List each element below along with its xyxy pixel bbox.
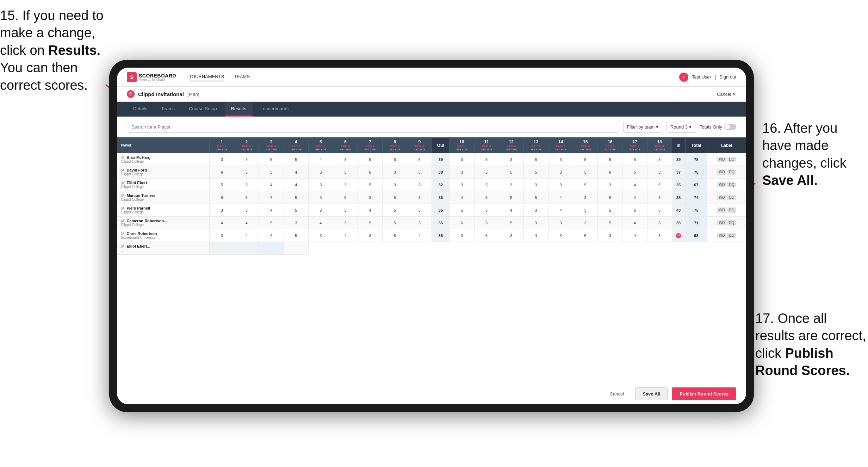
- score-front-4[interactable]: 4: [284, 166, 308, 179]
- dq-button[interactable]: DQ: [727, 220, 736, 225]
- score-back-11[interactable]: 5: [474, 191, 499, 204]
- score-back-18[interactable]: 3: [647, 166, 672, 179]
- score-back-13[interactable]: 6: [523, 153, 548, 166]
- score-back-17[interactable]: 4: [622, 179, 647, 191]
- score-back-12[interactable]: 5: [499, 191, 523, 204]
- score-back-11[interactable]: 5: [474, 166, 499, 179]
- score-back-10[interactable]: 3: [450, 229, 474, 242]
- score-front-2[interactable]: 3: [234, 179, 259, 191]
- tab-leaderboards[interactable]: Leaderboards: [254, 102, 295, 117]
- score-back-12[interactable]: 3: [499, 179, 523, 191]
- score-back-13[interactable]: 5: [523, 166, 548, 179]
- score-front-8[interactable]: 5: [383, 217, 407, 229]
- score-front-5[interactable]: 3: [308, 204, 333, 217]
- score-front-2[interactable]: 4: [234, 217, 259, 229]
- score-front-7[interactable]: 5: [358, 153, 383, 166]
- score-back-12[interactable]: 3: [499, 153, 523, 166]
- totals-toggle-switch[interactable]: [724, 124, 736, 130]
- score-back-14[interactable]: 3: [548, 153, 573, 166]
- score-back-15[interactable]: 5: [573, 229, 598, 242]
- score-back-14[interactable]: 3: [548, 166, 573, 179]
- tab-teams[interactable]: Teams: [155, 102, 181, 117]
- score-front-5[interactable]: 4: [308, 153, 333, 166]
- score-back-11[interactable]: 5: [474, 229, 499, 242]
- wd-button[interactable]: WD: [717, 157, 727, 162]
- tournament-cancel-btn[interactable]: Cancel ✕: [717, 92, 736, 97]
- score-front-9[interactable]: 3: [407, 191, 432, 204]
- round-dropdown[interactable]: Round 3 ▾: [666, 121, 695, 133]
- filter-team-dropdown[interactable]: Filter by team ▾: [623, 121, 662, 133]
- score-front-3[interactable]: 5: [259, 153, 284, 166]
- score-front-8[interactable]: 5: [383, 191, 407, 204]
- dq-button[interactable]: DQ: [727, 157, 736, 162]
- score-back-10[interactable]: 3: [450, 179, 474, 191]
- score-back-18[interactable]: 6: [647, 179, 672, 191]
- score-front-1[interactable]: 3: [210, 229, 234, 242]
- score-front-3[interactable]: 3: [259, 166, 284, 179]
- score-front-7[interactable]: 3: [358, 229, 383, 242]
- score-back-18[interactable]: 3: [647, 153, 672, 166]
- score-back-13[interactable]: 5: [523, 191, 548, 204]
- score-front-9[interactable]: 5: [407, 153, 432, 166]
- score-front-2[interactable]: 3: [234, 191, 259, 204]
- score-back-10[interactable]: 3: [450, 153, 474, 166]
- score-front-2[interactable]: 3: [234, 166, 259, 179]
- score-front-4[interactable]: 4: [284, 179, 308, 191]
- score-back-17[interactable]: 4: [622, 217, 647, 229]
- search-input[interactable]: [127, 121, 619, 133]
- wd-button[interactable]: WD: [717, 169, 727, 175]
- score-back-18[interactable]: 3: [647, 191, 672, 204]
- score-back-11[interactable]: 5: [474, 204, 499, 217]
- score-back-16[interactable]: 3: [598, 229, 622, 242]
- publish-button[interactable]: Publish Round Scores: [672, 387, 736, 400]
- score-front-8[interactable]: 5: [383, 229, 407, 242]
- score-front-3[interactable]: 4: [259, 191, 284, 204]
- cancel-action-button[interactable]: Cancel: [603, 387, 631, 400]
- score-back-13[interactable]: 4: [523, 229, 548, 242]
- score-back-15[interactable]: 3: [573, 217, 598, 229]
- score-back-12[interactable]: 5: [499, 166, 523, 179]
- score-front-5[interactable]: 4: [308, 217, 333, 229]
- score-front-5[interactable]: 3: [308, 179, 333, 191]
- dq-button[interactable]: DQ: [727, 207, 736, 213]
- score-back-14[interactable]: 4: [548, 204, 573, 217]
- score-front-6[interactable]: 5: [333, 191, 358, 204]
- score-back-17[interactable]: 5: [622, 153, 647, 166]
- dq-button[interactable]: DQ: [727, 195, 736, 200]
- score-back-15[interactable]: 5: [573, 166, 598, 179]
- score-back-11[interactable]: 5: [474, 179, 499, 191]
- score-back-10[interactable]: 3: [450, 166, 474, 179]
- score-front-4[interactable]: 5: [284, 191, 308, 204]
- score-front-1[interactable]: 5: [210, 191, 234, 204]
- score-front-9[interactable]: 3: [407, 217, 432, 229]
- score-back-14[interactable]: 3: [548, 217, 573, 229]
- tab-details[interactable]: Details: [127, 102, 154, 117]
- score-back-16[interactable]: 6: [598, 153, 622, 166]
- score-front-6[interactable]: 5: [333, 204, 358, 217]
- score-back-17[interactable]: 4: [622, 191, 647, 204]
- score-back-17[interactable]: 5: [622, 166, 647, 179]
- score-front-7[interactable]: 5: [358, 179, 383, 191]
- score-back-14[interactable]: 4: [548, 191, 573, 204]
- score-front-1[interactable]: 6: [210, 166, 234, 179]
- score-front-3[interactable]: 4: [259, 229, 284, 242]
- score-back-13[interactable]: 3: [523, 217, 548, 229]
- score-back-16[interactable]: 5: [598, 217, 622, 229]
- score-back-13[interactable]: 3: [523, 204, 548, 217]
- score-front-9[interactable]: 4: [407, 229, 432, 242]
- dq-button[interactable]: DQ: [727, 169, 736, 175]
- score-front-9[interactable]: 3: [407, 179, 432, 191]
- save-all-button[interactable]: Save All: [635, 387, 668, 400]
- score-front-5[interactable]: 3: [308, 166, 333, 179]
- tab-course-setup[interactable]: Course Setup: [182, 102, 223, 117]
- score-back-17[interactable]: 6: [622, 204, 647, 217]
- score-front-5[interactable]: 3: [308, 191, 333, 204]
- score-back-16[interactable]: 6: [598, 166, 622, 179]
- score-front-2[interactable]: 3: [234, 153, 259, 166]
- score-back-15[interactable]: 3: [573, 191, 598, 204]
- score-front-7[interactable]: 5: [358, 217, 383, 229]
- score-front-9[interactable]: 5: [407, 166, 432, 179]
- score-front-4[interactable]: 3: [284, 217, 308, 229]
- score-front-4[interactable]: 5: [284, 204, 308, 217]
- score-front-7[interactable]: 4: [358, 204, 383, 217]
